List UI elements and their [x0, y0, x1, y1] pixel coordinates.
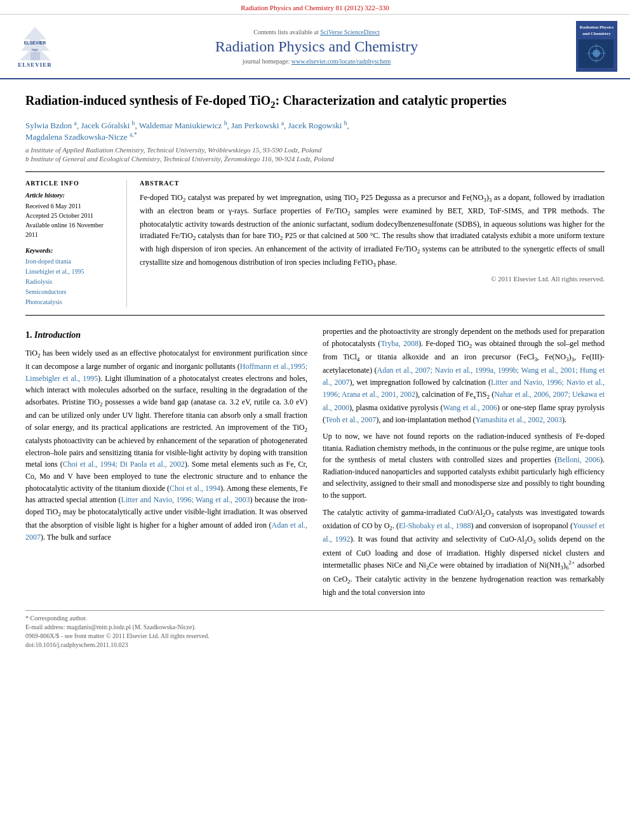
journal-homepage: journal homepage: www.elsevier.com/locat…: [64, 58, 570, 65]
ref-yamashita[interactable]: Yamashita et al., 2002, 2003: [475, 415, 561, 424]
email-label: E-mail address: magdanis@mitr.p.lodz.pl …: [25, 623, 196, 630]
keyword-item: Radiolysis: [25, 277, 117, 287]
body-right-col: properties and the photoactivity are str…: [323, 326, 605, 603]
body-left-col: 1. Introduction TiO2 has been widely use…: [25, 326, 307, 603]
intro-para-2: properties and the photoactivity are str…: [323, 326, 605, 425]
authors-line: Sylwia Bzdon a, Jacek Góralski b, Waldem…: [25, 119, 605, 143]
svg-text:logo: logo: [32, 48, 38, 51]
journal-cover-image: Radiation Physics and Chemistry: [576, 21, 617, 72]
header-center: Contents lists available at SciVerse Sci…: [64, 29, 570, 65]
section-title: Introduction: [34, 330, 81, 340]
journal-citation: Radiation Physics and Chemistry 81 (2012…: [241, 4, 389, 11]
homepage-label: journal homepage:: [243, 58, 290, 65]
keyword-item: Semiconductors: [25, 287, 117, 297]
info-abstract-section: ARTICLE INFO Article history: Received 6…: [25, 171, 605, 316]
article-info-panel: ARTICLE INFO Article history: Received 6…: [25, 180, 127, 307]
article-history-label: Article history:: [25, 192, 117, 199]
ref-choi2[interactable]: Choi et al., 1994: [170, 484, 220, 493]
email-footnote: E-mail address: magdanis@mitr.p.lodz.pl …: [25, 623, 605, 630]
body-two-col: 1. Introduction TiO2 has been widely use…: [25, 326, 605, 603]
ref-belloni[interactable]: Belloni, 2006: [557, 455, 600, 464]
available-date: Available online 16 November 2011: [25, 220, 117, 239]
affiliation-a: a Institute of Applied Radiation Chemist…: [25, 146, 605, 154]
keyword-item: Linsebigler et al., 1995: [25, 267, 117, 277]
svg-rect-2: [30, 52, 40, 60]
copyright-notice: © 2011 Elsevier Ltd. All rights reserved…: [140, 275, 605, 283]
affiliation-b: b Institute of General and Ecological Ch…: [25, 155, 605, 163]
accepted-date: Accepted 25 October 2011: [25, 211, 117, 220]
keywords-list: Iron-doped titania Linsebigler et al., 1…: [25, 257, 117, 307]
corresponding-label: * Corresponding author.: [25, 615, 87, 622]
intro-para-4: The catalytic activity of gamma-irradiat…: [323, 507, 605, 599]
journal-bar: Radiation Physics and Chemistry 81 (2012…: [0, 0, 630, 15]
ref-tryba[interactable]: Tryba, 2008: [380, 339, 419, 348]
homepage-url[interactable]: www.elsevier.com/locate/radphyschem: [292, 58, 391, 65]
svg-text:ELSEVIER: ELSEVIER: [23, 41, 46, 45]
keyword-item: Iron-doped titania: [25, 257, 117, 267]
abstract-heading: ABSTRACT: [140, 180, 605, 187]
journal-header: ELSEVIER logo ELSEVIER Contents lists av…: [0, 15, 630, 79]
article-title: Radiation-induced synthesis of Fe-doped …: [25, 92, 605, 112]
intro-para-1: TiO2 has been widely used as an effectiv…: [25, 347, 307, 543]
affiliations: a Institute of Applied Radiation Chemist…: [25, 146, 605, 163]
ref-hoffmann[interactable]: Hoffmann et al.,1995; Linsebigler et al.…: [25, 362, 307, 383]
cover-graphic-icon: [580, 41, 612, 66]
page-container: Radiation Physics and Chemistry 81 (2012…: [0, 0, 630, 840]
doi-footnote: doi:10.1016/j.radphyschem.2011.10.023: [25, 641, 605, 648]
ref-teoh[interactable]: Teoh et al., 2007: [325, 415, 376, 424]
journal-title: Radiation Physics and Chemistry: [64, 38, 570, 55]
keyword-item: Photocatalysis: [25, 297, 117, 307]
intro-para-3: Up to now, we have not found reports on …: [323, 430, 605, 502]
section-number: 1.: [25, 330, 34, 340]
elsevier-label: ELSEVIER: [18, 62, 52, 68]
abstract-text: Fe-doped TiO2 catalyst was prepared by w…: [140, 192, 605, 269]
elsevier-tree-icon: ELSEVIER logo: [18, 25, 53, 60]
ref-elshobaky[interactable]: El-Shobaky et al., 1988: [399, 521, 471, 530]
body-content: 1. Introduction TiO2 has been widely use…: [25, 326, 605, 603]
keywords-label: Keywords:: [25, 247, 117, 254]
ref-wang[interactable]: Wang et al., 2006: [443, 403, 497, 412]
sciverse-text: Contents lists available at: [253, 29, 318, 36]
ref-litter[interactable]: Litter and Navio, 1996; Wang et al., 200…: [121, 495, 250, 504]
corresponding-footnote: * Corresponding author.: [25, 615, 605, 622]
sciverse-link[interactable]: SciVerse ScienceDirect: [320, 29, 380, 36]
introduction-heading: 1. Introduction: [25, 328, 307, 342]
article-info-heading: ARTICLE INFO: [25, 180, 117, 187]
article-content: Radiation-induced synthesis of Fe-doped …: [0, 79, 630, 663]
issn-footnote: 0969-806X/$ - see front matter © 2011 El…: [25, 632, 605, 639]
ref-choi[interactable]: Choi et al., 1994; Di Paola et al., 2002: [63, 460, 185, 469]
sciverse-line: Contents lists available at SciVerse Sci…: [64, 29, 570, 36]
elsevier-logo: ELSEVIER logo ELSEVIER: [13, 25, 57, 68]
footnote-area: * Corresponding author. E-mail address: …: [25, 610, 605, 648]
abstract-panel: ABSTRACT Fe-doped TiO2 catalyst was prep…: [140, 180, 605, 307]
ref-adan[interactable]: Adan et al., 2007: [25, 521, 307, 542]
received-date: Received 6 May 2011: [25, 201, 117, 211]
